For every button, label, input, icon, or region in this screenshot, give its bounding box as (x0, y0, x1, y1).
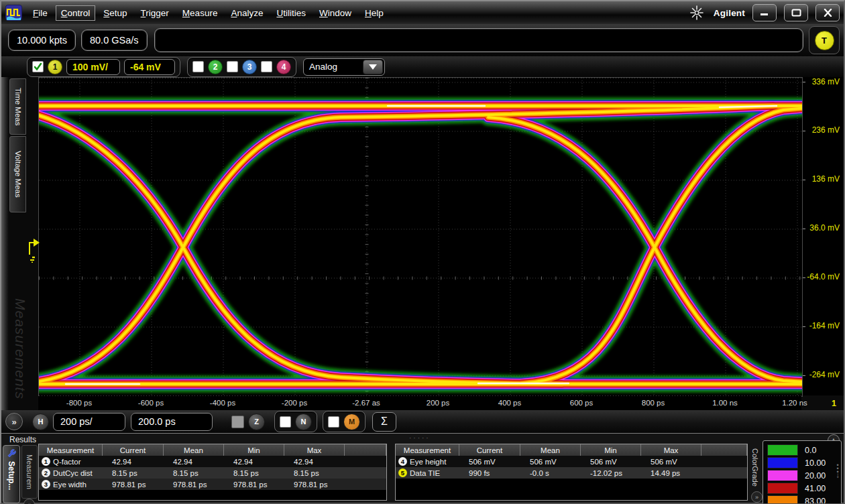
memory-depth-button[interactable]: 10.000 kpts (8, 29, 76, 51)
y-axis-label: 336 mV (803, 77, 840, 86)
y-axis-label: -64.0 mV (803, 272, 840, 281)
zoom-swatch (231, 416, 244, 428)
legend-row: 41.00 (767, 482, 838, 495)
setup-button[interactable]: Setup... (3, 445, 20, 503)
x-axis-label: -800 ps (66, 399, 92, 407)
x-axis-label: -200 ps (282, 399, 307, 407)
y-axis-label: 136 mV (803, 174, 840, 184)
menu-utilities[interactable]: Utilities (271, 5, 311, 21)
dropdown-arrow-icon[interactable] (363, 60, 383, 74)
channel2-checkbox[interactable] (192, 61, 204, 72)
y-axis-label: 236 mV (803, 125, 840, 135)
x-axis-label: -400 ps (210, 399, 235, 407)
trigger-indicator-badge[interactable]: T (815, 31, 834, 50)
table-row[interactable]: 5Data TIE 990 fs -0.0 s -12.02 ps 14.49 … (396, 467, 747, 479)
channel2-badge[interactable]: 2 (208, 60, 223, 74)
table-header: Measurement Current Mean Min Max (396, 444, 747, 456)
channel1-badge[interactable]: 1 (48, 60, 62, 74)
results-title: Results (9, 435, 36, 444)
brand-label: Agilent (714, 8, 745, 18)
marker-button[interactable]: M (343, 414, 360, 430)
measurements-watermark: Measurements (12, 298, 28, 399)
table-header: Measurement Current Mean Min Max (39, 444, 386, 456)
menu-help[interactable]: Help (359, 5, 389, 21)
horizontal-toolbar: » H 200 ps/ 200.0 ps Z N M Σ (1, 410, 844, 433)
legend-scroll-indicator[interactable]: •••↓ (836, 464, 840, 477)
timebase-scale-field[interactable]: 200 ps/ (53, 413, 125, 431)
menu-control[interactable]: Control (56, 5, 96, 21)
channel1-ground-marker-icon[interactable] (24, 235, 40, 263)
menu-window[interactable]: Window (314, 5, 357, 21)
collapse-tab-button[interactable]: « (23, 499, 35, 504)
x-axis-label: -2.67 as (352, 399, 380, 407)
waveform-display[interactable] (38, 77, 803, 397)
x-axis-label: 400 ps (498, 399, 522, 407)
eye-diagram (39, 78, 802, 396)
wrench-icon (7, 448, 17, 458)
acquisition-mode-dropdown[interactable]: Analog (303, 58, 385, 76)
y-axis-label: 36.0 mV (803, 223, 840, 233)
legend-swatch (767, 444, 798, 456)
channel4-checkbox[interactable] (261, 61, 272, 72)
table-row[interactable]: 1Q-factor 42.94 42.94 42.94 42.94 (39, 456, 386, 467)
channel3-badge[interactable]: 3 (242, 60, 257, 74)
menu-setup[interactable]: Setup (98, 5, 132, 21)
menu-analyze[interactable]: Analyze (225, 5, 268, 21)
x-axis-label: -600 ps (138, 399, 164, 407)
x-axis-label: 1.00 ns (712, 399, 738, 407)
channel4-badge[interactable]: 4 (276, 60, 291, 74)
menu-file[interactable]: File (27, 5, 53, 21)
channel1-checkbox[interactable] (32, 61, 44, 72)
horizontal-button[interactable]: H (32, 414, 49, 430)
channel3-checkbox[interactable] (227, 61, 238, 72)
marker-group: M (323, 411, 365, 432)
trigger-indicator-bezel: T (809, 26, 840, 54)
splitter-handle[interactable]: ····· (409, 434, 431, 442)
timebase-position-field[interactable]: 200.0 ps (131, 413, 213, 431)
checkmark-icon (33, 62, 43, 72)
channel1-group: 1 100 mV/ -64 mV (27, 57, 180, 77)
n-checkbox[interactable] (280, 416, 291, 428)
x-axis-label: 200 ps (427, 399, 450, 407)
y-axis-label: -264 mV (803, 370, 840, 379)
acquisition-mode-value: Analog (309, 62, 337, 72)
channels-234-group: 2 3 4 (187, 57, 296, 77)
legend-swatch (767, 495, 798, 503)
menu-measure[interactable]: Measure (177, 5, 223, 21)
colorgrade-expand-button[interactable]: » (751, 491, 763, 503)
menu-trigger[interactable]: Trigger (135, 5, 174, 21)
measurement-number-badge: 4 (398, 457, 407, 466)
tab-time-meas[interactable]: Time Meas (9, 78, 26, 135)
colorgrade-panel: ColorGrade » 0.0 10.00 20.00 41.00 83.00… (751, 440, 842, 503)
summary-button[interactable]: Σ (372, 412, 396, 432)
maximize-button[interactable] (784, 4, 808, 21)
x-axis-label: 1.20 ns (782, 399, 807, 407)
n-button[interactable]: N (295, 414, 312, 430)
measurement-table-2: Measurement Current Mean Min Max 4Eye he… (395, 444, 748, 501)
results-panel: Results ····· ˄ Setup... Measurem « Meas… (1, 433, 844, 503)
measurement-number-badge: 3 (42, 480, 50, 489)
minimize-button[interactable] (752, 4, 777, 21)
tab-voltage-meas[interactable]: Voltage Meas (9, 136, 26, 212)
sample-rate-button[interactable]: 80.0 GSa/s (81, 29, 148, 51)
x-axis-label: 600 ps (570, 399, 594, 407)
zoom-button[interactable]: Z (248, 414, 265, 430)
x-axis-label: 800 ps (642, 399, 665, 407)
expand-panel-button[interactable]: » (5, 413, 23, 430)
legend-row: 0.0 (767, 444, 838, 456)
legend-swatch (767, 483, 798, 494)
close-button[interactable] (815, 4, 840, 21)
marker-checkbox[interactable] (328, 416, 339, 428)
channel1-scale-field[interactable]: 100 mV/ (66, 59, 120, 75)
channel1-offset-field[interactable]: -64 mV (124, 59, 175, 75)
table-row[interactable]: 3Eye width 978.81 ps 978.81 ps 978.81 ps… (39, 479, 386, 490)
table-row[interactable]: 2DutCyc dist 8.15 ps 8.15 ps 8.15 ps 8.1… (39, 467, 386, 479)
results-tab-measurements[interactable]: Measurem (21, 445, 38, 499)
channel-toolbar: 1 100 mV/ -64 mV 2 3 4 Analog (1, 56, 844, 77)
legend-swatch (767, 470, 798, 481)
menu-bar: File Control Setup Trigger Measure Analy… (27, 5, 389, 21)
setup-button-label: Setup... (7, 461, 16, 490)
legend-row: 20.00 (767, 469, 838, 482)
measurement-number-badge: 5 (398, 468, 407, 477)
table-row[interactable]: 4Eye height 506 mV 506 mV 506 mV 506 mV (396, 456, 747, 467)
